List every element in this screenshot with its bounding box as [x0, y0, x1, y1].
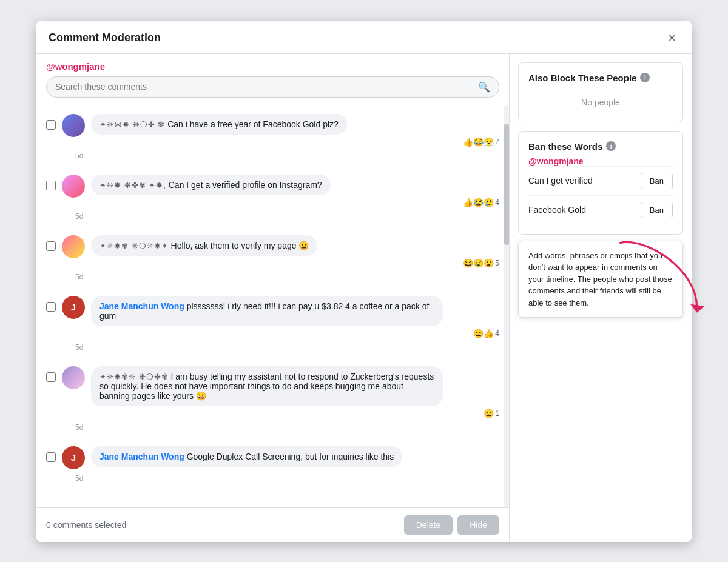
also-block-title: Also Block These People i: [528, 73, 673, 83]
footer-count: 0 comments selected: [46, 520, 126, 530]
also-block-info-icon[interactable]: i: [640, 73, 650, 82]
ban-button[interactable]: Ban: [641, 173, 673, 189]
left-panel: @wongmjane 🔍 ✦❈⋈✸ ❋❍✤ ✾ Ca: [36, 54, 510, 542]
search-area: @wongmjane 🔍: [36, 54, 509, 105]
right-panel: Also Block These People i No people Ban …: [510, 54, 692, 542]
comment-scrambled-name: ✦❈✸✾ ❋❍❊✸✦: [99, 241, 169, 250]
comment-bubble: Jane Manchun Wong plsssssss! i rly need …: [91, 296, 443, 326]
comment-text: Can i have a free year of Facebook Gold …: [167, 119, 339, 129]
comment-checkbox[interactable]: [46, 302, 56, 312]
reaction-emojis: 😆😢😮: [463, 258, 494, 268]
comment-item: ✦❈✸✾❊ ❋❍✤✾ I am busy telling my assistan…: [36, 358, 509, 421]
ban-button[interactable]: Ban: [641, 202, 673, 218]
comment-item: J Jane Manchun Wong plsssssss! i rly nee…: [36, 287, 509, 341]
reaction-emojis: 👍😂😤: [463, 137, 494, 147]
ban-word-phrase: Can I get verified: [528, 176, 593, 186]
ban-words-card: Ban these Words i @wongmjane Can I get v…: [518, 131, 683, 235]
comment-item: ✦❊✸ ❋✤✾ ✦✸, Can I get a verified profile…: [36, 166, 509, 210]
modal-header: Comment Moderation ×: [36, 21, 692, 54]
tooltip-card: Add words, phrases or emojis that you do…: [518, 241, 683, 318]
comment-content: Jane Manchun Wong Google Duplex Call Scr…: [91, 446, 499, 467]
ban-word-row: Can I get verified Ban: [528, 166, 673, 195]
ban-word-row: Facebook Gold Ban: [528, 195, 673, 224]
comment-time: 5d: [36, 149, 509, 166]
comment-reactions: 😆👍 4: [91, 329, 499, 338]
close-button[interactable]: ×: [664, 30, 679, 46]
comment-content: ✦❊✸ ❋✤✾ ✦✸, Can I get a verified profile…: [91, 175, 499, 207]
comment-scrambled-name: ✦❈✸✾❊ ❋❍✤✾: [99, 372, 169, 381]
comment-checkbox[interactable]: [46, 372, 56, 382]
modal-body: @wongmjane 🔍 ✦❈⋈✸ ❋❍✤ ✾ Ca: [36, 54, 692, 542]
comment-item: ✦❈✸✾ ❋❍❊✸✦ Hello, ask them to verify my …: [36, 227, 509, 270]
modal-footer: 0 comments selected Delete Hide: [36, 507, 509, 542]
search-box: 🔍: [46, 76, 499, 98]
comment-time: 5d: [36, 421, 509, 438]
search-icon[interactable]: 🔍: [478, 81, 490, 93]
user-tag: @wongmjane: [46, 61, 499, 72]
comment-item: ✦❈⋈✸ ❋❍✤ ✾ Can i have a free year of Fac…: [36, 105, 509, 149]
comment-reactions: 👍😂😢 4: [91, 198, 499, 207]
comment-text: Can I get a verified profile on Instagra…: [169, 180, 322, 190]
ban-word-phrase: Facebook Gold: [528, 205, 586, 215]
footer-buttons: Delete Hide: [404, 515, 499, 535]
comment-text: Hello, ask them to verify my page 😀: [171, 241, 309, 250]
avatar: J: [62, 446, 85, 469]
comment-bubble: ✦❊✸ ❋✤✾ ✦✸, Can I get a verified profile…: [91, 175, 331, 195]
comment-time: 5d: [36, 472, 509, 489]
comment-bubble: ✦❈✸✾❊ ❋❍✤✾ I am busy telling my assistan…: [91, 366, 443, 406]
reaction-count: 4: [495, 329, 499, 338]
avatar: J: [62, 296, 85, 319]
reaction-count: 5: [495, 259, 499, 267]
ban-words-title: Ban these Words i: [528, 141, 673, 152]
comment-content: ✦❈✸✾ ❋❍❊✸✦ Hello, ask them to verify my …: [91, 235, 499, 268]
no-people-label: No people: [528, 83, 673, 112]
reaction-emojis: 😆: [484, 409, 494, 418]
comment-reactions: 😆 1: [91, 409, 499, 418]
scrollbar-track[interactable]: [504, 105, 509, 507]
comment-bubble: Jane Manchun Wong Google Duplex Call Scr…: [91, 446, 402, 467]
comment-content: ✦❈✸✾❊ ❋❍✤✾ I am busy telling my assistan…: [91, 366, 499, 418]
comment-author: Jane Manchun Wong: [99, 301, 184, 311]
scrollbar-thumb[interactable]: [504, 124, 509, 245]
comment-bubble: ✦❈⋈✸ ❋❍✤ ✾ Can i have a free year of Fac…: [91, 114, 347, 135]
comment-content: ✦❈⋈✸ ❋❍✤ ✾ Can i have a free year of Fac…: [91, 114, 499, 147]
comments-list: ✦❈⋈✸ ❋❍✤ ✾ Can i have a free year of Fac…: [36, 105, 509, 489]
comment-reactions: 👍😂😤 7: [91, 137, 499, 147]
reaction-count: 7: [495, 138, 499, 146]
comment-time: 5d: [36, 270, 509, 287]
also-block-card: Also Block These People i No people: [518, 62, 683, 122]
also-block-label: Also Block These People: [528, 73, 636, 83]
comment-time: 5d: [36, 341, 509, 358]
comment-checkbox[interactable]: [46, 452, 56, 462]
comment-scrambled-name: ✦❊✸ ❋✤✾ ✦✸,: [99, 181, 166, 190]
search-input[interactable]: [55, 82, 478, 92]
comment-author: Jane Manchun Wong: [99, 452, 184, 461]
ban-words-user-tag: @wongmjane: [528, 156, 673, 166]
comment-checkbox[interactable]: [46, 181, 56, 190]
comment-moderation-modal: Comment Moderation × @wongmjane 🔍: [36, 21, 692, 542]
delete-button[interactable]: Delete: [404, 515, 453, 535]
avatar: [62, 366, 85, 389]
comment-checkbox[interactable]: [46, 241, 56, 251]
tooltip-text: Add words, phrases or emojis that you do…: [528, 251, 672, 307]
comments-container: ✦❈⋈✸ ❋❍✤ ✾ Can i have a free year of Fac…: [36, 105, 509, 507]
hide-button[interactable]: Hide: [457, 515, 499, 535]
comment-reactions: 😆😢😮 5: [91, 258, 499, 268]
comment-time: 5d: [36, 210, 509, 227]
reaction-emojis: 😆👍: [473, 329, 494, 338]
reaction-emojis: 👍😂😢: [463, 198, 494, 207]
comment-bubble: ✦❈✸✾ ❋❍❊✸✦ Hello, ask them to verify my …: [91, 235, 317, 256]
avatar: [62, 114, 85, 137]
modal-title: Comment Moderation: [49, 32, 161, 44]
ban-words-info-icon[interactable]: i: [606, 141, 616, 151]
svg-marker-0: [690, 304, 704, 312]
comment-scrambled-name: ✦❈⋈✸ ❋❍✤ ✾: [99, 120, 165, 129]
avatar: [62, 175, 85, 198]
avatar: [62, 235, 85, 258]
reaction-count: 1: [495, 409, 499, 418]
comment-item: J Jane Manchun Wong Google Duplex Call S…: [36, 438, 509, 472]
comment-content: Jane Manchun Wong plsssssss! i rly need …: [91, 296, 499, 338]
comment-checkbox[interactable]: [46, 120, 56, 130]
comment-text: Google Duplex Call Screening, but for in…: [187, 452, 394, 461]
reaction-count: 4: [495, 198, 499, 207]
